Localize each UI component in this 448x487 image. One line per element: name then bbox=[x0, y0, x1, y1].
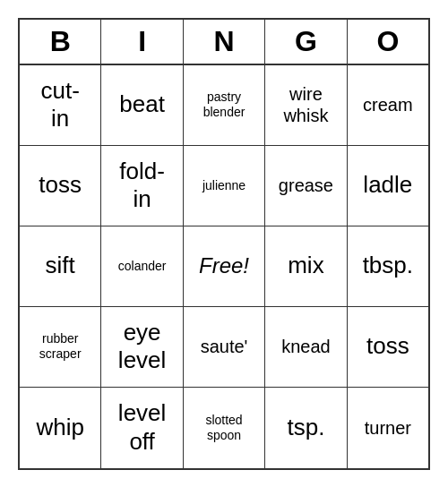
bingo-cell: toss bbox=[20, 146, 101, 226]
bingo-cell: julienne bbox=[184, 146, 265, 226]
cell-text: pastryblender bbox=[203, 90, 246, 120]
bingo-grid: cut-inbeatpastryblenderwirewhiskcreamtos… bbox=[20, 65, 428, 468]
bingo-cell: mix bbox=[265, 226, 347, 307]
bingo-row: siftcolanderFree!mixtbsp. bbox=[20, 226, 428, 307]
cell-text: beat bbox=[119, 90, 165, 118]
cell-text: leveloff bbox=[118, 399, 166, 455]
bingo-cell: tsp. bbox=[265, 388, 347, 468]
bingo-cell: whip bbox=[20, 388, 101, 468]
header-letter: I bbox=[101, 20, 183, 65]
bingo-cell: fold-in bbox=[101, 146, 183, 226]
bingo-row: tossfold-injuliennegreaseladle bbox=[20, 146, 428, 226]
cell-text: slottedspoon bbox=[205, 413, 242, 443]
bingo-cell: tbsp. bbox=[348, 226, 428, 307]
bingo-cell: toss bbox=[348, 307, 428, 388]
bingo-cell: pastryblender bbox=[184, 65, 265, 146]
bingo-header: BINGO bbox=[20, 20, 428, 65]
bingo-cell: cream bbox=[348, 65, 428, 146]
bingo-card: BINGO cut-inbeatpastryblenderwirewhiskcr… bbox=[18, 18, 430, 470]
bingo-cell: Free! bbox=[184, 226, 265, 307]
header-letter: N bbox=[184, 20, 265, 65]
bingo-cell: turner bbox=[348, 388, 428, 468]
cell-text: eyelevel bbox=[118, 319, 166, 374]
cell-text: cut-in bbox=[41, 77, 80, 132]
bingo-cell: grease bbox=[265, 146, 347, 226]
cell-text: mix bbox=[288, 252, 323, 279]
cell-text: saute' bbox=[201, 336, 248, 357]
header-letter: B bbox=[20, 20, 101, 65]
bingo-row: whipleveloffslottedspoontsp.turner bbox=[20, 388, 428, 468]
bingo-cell: saute' bbox=[184, 307, 265, 388]
bingo-row: cut-inbeatpastryblenderwirewhiskcream bbox=[20, 65, 428, 146]
cell-text: grease bbox=[279, 175, 333, 196]
cell-text: rubberscraper bbox=[39, 331, 82, 362]
header-letter: G bbox=[265, 20, 347, 65]
bingo-cell: ladle bbox=[348, 146, 428, 226]
bingo-row: rubberscrapereyelevelsaute'kneadtoss bbox=[20, 307, 428, 388]
bingo-cell: slottedspoon bbox=[184, 388, 265, 468]
cell-text: colander bbox=[118, 259, 167, 274]
cell-text: tsp. bbox=[287, 414, 324, 441]
bingo-cell: knead bbox=[265, 307, 347, 388]
bingo-cell: cut-in bbox=[20, 65, 101, 146]
cell-text: cream bbox=[363, 94, 413, 115]
bingo-cell: colander bbox=[101, 226, 183, 307]
cell-text: toss bbox=[39, 171, 82, 199]
cell-text: turner bbox=[365, 417, 411, 439]
header-letter: O bbox=[348, 20, 428, 65]
cell-text: julienne bbox=[202, 178, 246, 193]
cell-text: toss bbox=[366, 332, 409, 360]
cell-text: wirewhisk bbox=[283, 83, 328, 126]
bingo-cell: leveloff bbox=[101, 388, 183, 468]
cell-text: tbsp. bbox=[363, 252, 413, 279]
bingo-cell: wirewhisk bbox=[265, 65, 347, 146]
cell-text: sift bbox=[46, 252, 75, 279]
cell-text: ladle bbox=[363, 171, 412, 199]
bingo-cell: eyelevel bbox=[101, 307, 183, 388]
cell-text: knead bbox=[281, 336, 331, 357]
cell-text: fold-in bbox=[119, 158, 165, 213]
bingo-cell: rubberscraper bbox=[20, 307, 101, 388]
cell-text: whip bbox=[36, 414, 83, 441]
cell-text: Free! bbox=[199, 253, 249, 279]
bingo-cell: sift bbox=[20, 226, 101, 307]
bingo-cell: beat bbox=[101, 65, 183, 146]
